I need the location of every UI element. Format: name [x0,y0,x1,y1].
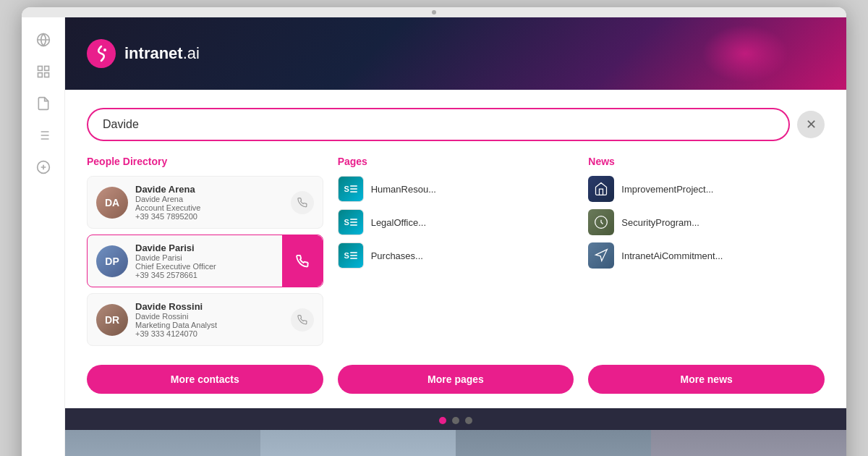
carousel-dots [65,417,846,424]
call-button-active-2[interactable] [282,235,323,287]
browser-content: intranet.ai ✕ People Directory [22,17,846,456]
carousel-dot-1[interactable] [439,417,446,424]
more-buttons-row: More contacts More pages More news [87,365,825,394]
svg-marker-17 [596,250,608,261]
preview-card-1[interactable]: Equal opportunities Why create an equal … [65,430,260,456]
page-icon-1: S [338,176,364,202]
person-id-1: Davide Arena [135,195,284,203]
search-area: ✕ People Directory DA Davide Arena [65,90,846,408]
news-label-3: IntranetAiCommitment... [621,250,723,261]
news-item-2[interactable]: SecurityProgram... [588,209,825,235]
preview-card-3[interactable] [456,430,651,456]
more-pages-button[interactable]: More pages [338,365,574,394]
person-id-3: Davide Rossini [135,312,284,321]
news-label-1: ImprovementProject... [621,184,713,195]
page-label-1: HumanResou... [371,184,436,195]
logo-icon [87,39,116,68]
person-phone-2: +39 345 2578661 [135,271,279,279]
news-item-3[interactable]: IntranetAiCommitment... [588,242,825,269]
people-section-title: People Directory [87,156,323,167]
logo-name-bold: intranet [124,44,183,62]
people-card-1[interactable]: DA Davide Arena Davide Arena Account Exe… [87,176,323,229]
person-phone-3: +39 333 4124070 [135,329,284,338]
news-section-title: News [588,156,825,167]
news-column: News ImprovementProject... SecurityProg [588,156,825,352]
logo-area: intranet.ai [87,39,200,68]
sidebar-icon-list[interactable] [35,127,51,143]
news-thumb-2 [588,209,614,235]
browser-frame: intranet.ai ✕ People Directory [22,7,846,456]
bottom-section: Equal opportunities Why create an equal … [65,408,846,456]
avatar-1: DA [96,187,128,219]
news-thumb-1 [588,176,614,202]
browser-indicator-dot [432,10,436,14]
svg-point-15 [103,48,106,51]
svg-rect-2 [38,67,42,71]
preview-cards-row: Equal opportunities Why create an equal … [65,430,846,456]
svg-rect-4 [38,73,42,77]
sidebar-icon-globe[interactable] [35,32,51,48]
pages-column: Pages S [338,156,574,352]
news-item-1[interactable]: ImprovementProject... [588,176,825,202]
page-icon-2: S [338,209,364,235]
svg-rect-3 [44,67,48,71]
person-info-3: Davide Rossini Davide Rossini Marketing … [135,301,284,338]
pages-section-title: Pages [338,156,574,167]
page-item-1[interactable]: S HumanResou... [338,176,574,202]
people-column: People Directory DA Davide Arena Davide … [87,156,323,352]
logo-name-suffix: .ai [183,44,200,62]
person-name-2: Davide Parisi [135,242,279,253]
page-icon-3: S [338,242,364,269]
header-banner: intranet.ai [65,17,846,90]
results-grid: People Directory DA Davide Arena Davide … [87,156,825,352]
page-label-3: Purchases... [371,250,423,261]
sidebar-icon-plus[interactable] [35,159,51,175]
search-clear-button[interactable]: ✕ [797,111,825,138]
more-news-button[interactable]: More news [588,365,825,394]
person-name-1: Davide Arena [135,184,284,195]
sidebar [22,17,65,456]
people-card-2[interactable]: DP Davide Parisi Davide Parisi Chief Exe… [87,235,323,287]
preview-card-4[interactable]: Beth Graham, the new Chief Marketing Off… [651,430,846,456]
avatar-3: DR [96,304,128,336]
page-item-2[interactable]: S LegalOffice... [338,209,574,235]
call-button-1[interactable] [291,191,314,214]
news-label-2: SecurityProgram... [621,217,699,228]
person-name-3: Davide Rossini [135,301,284,312]
people-card-3[interactable]: DR Davide Rossini Davide Rossini Marketi… [87,293,323,346]
person-info-1: Davide Arena Davide Arena Account Execut… [135,184,284,221]
call-button-3[interactable] [291,308,314,332]
person-info-2: Davide Parisi Davide Parisi Chief Execut… [135,242,279,279]
person-role-3: Marketing Data Analyst [135,321,284,329]
browser-top-bar [22,7,846,17]
page-item-3[interactable]: S Purchases... [338,242,574,269]
person-role-1: Account Executive [135,203,284,212]
page-label-2: LegalOffice... [371,217,426,228]
sidebar-icon-file[interactable] [35,96,51,111]
search-input[interactable] [87,108,790,141]
search-input-wrapper [87,108,790,141]
avatar-2: DP [96,245,128,277]
search-row: ✕ [87,108,825,141]
person-phone-1: +39 345 7895200 [135,212,284,221]
news-thumb-3 [588,242,614,269]
preview-card-2[interactable]: New Incentive Program Some pics of pur b… [260,430,456,456]
carousel-dot-3[interactable] [465,417,472,424]
person-id-2: Davide Parisi [135,253,279,262]
more-contacts-button[interactable]: More contacts [87,365,323,394]
main-area: intranet.ai ✕ People Directory [65,17,846,456]
header-decorative-blob [702,25,788,83]
person-role-2: Chief Executive Officer [135,262,279,271]
logo-text: intranet.ai [124,44,200,63]
carousel-dot-2[interactable] [452,417,459,424]
sidebar-icon-grid[interactable] [35,64,51,80]
svg-rect-5 [44,73,48,77]
